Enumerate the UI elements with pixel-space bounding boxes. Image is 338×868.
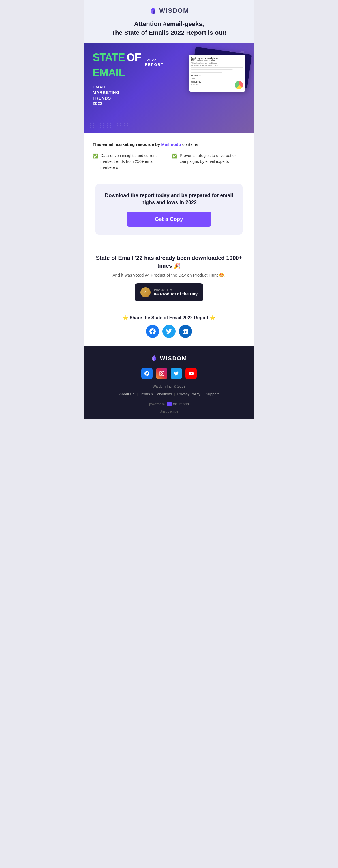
footer-link-terms[interactable]: Terms & Conditions (140, 392, 172, 396)
footer-links: About Us | Terms & Conditions | Privacy … (92, 392, 246, 396)
header-title: Attention #email-geeks, The State of Ema… (90, 20, 248, 37)
hero-left: STATE OF 2022 REPORT EMAIL EMAIL MARKETI… (92, 52, 189, 106)
feature-emoji-1: ✅ (92, 153, 98, 159)
mailmodo-link[interactable]: Mailmodo (161, 142, 181, 147)
footer-social-icons (92, 368, 246, 379)
share-linkedin-button[interactable] (179, 325, 192, 338)
get-copy-button[interactable]: Get a Copy (126, 212, 212, 227)
email-container: WISDOM Attention #email-geeks, The State… (84, 0, 254, 419)
dots-pattern (90, 123, 130, 128)
mailmodo-logo: mailmodo (167, 402, 189, 406)
footer-link-privacy[interactable]: Privacy Policy (177, 392, 200, 396)
intro-text: This email marketing resource by Mailmod… (92, 142, 246, 148)
share-section: ⭐ Share the State of Email 2022 Report ⭐ (84, 309, 254, 346)
unsubscribe-link[interactable]: Unsubscribe (160, 409, 179, 413)
of-word: OF (126, 52, 141, 63)
footer-logo-text: WISDOM (160, 355, 187, 362)
stats-section: State of Email '22 has already been down… (84, 246, 254, 309)
feature-text-1: Data-driven insights and current market … (101, 153, 166, 170)
footer-twitter-button[interactable] (171, 368, 182, 379)
footer-link-support[interactable]: Support (206, 392, 219, 396)
share-twitter-button[interactable] (163, 325, 175, 338)
hero-subtitle: EMAIL MARKETING TRENDS 2022 (92, 84, 189, 106)
feature-text-2: Proven strategies to drive better campai… (180, 153, 246, 164)
stats-title: State of Email '22 has already been down… (92, 254, 246, 270)
state-word: STATE (92, 52, 125, 63)
cta-section: Download the report today and be prepare… (95, 184, 243, 235)
header-logo-text: WISDOM (159, 7, 189, 14)
footer-link-about[interactable]: About Us (119, 392, 135, 396)
stats-subtitle: And it was voted #4 Product of the Day o… (92, 273, 246, 278)
cta-title: Download the report today and be prepare… (102, 192, 236, 206)
hero-report-label: REPORT (145, 62, 164, 67)
mailmodo-icon (167, 402, 172, 406)
ph-medal: 4 (140, 287, 150, 298)
feature-item-2: ✅ Proven strategies to drive better camp… (172, 153, 246, 170)
features-grid: ✅ Data-driven insights and current marke… (92, 153, 246, 170)
footer-instagram-button[interactable] (156, 368, 167, 379)
hero-subtitle-text: EMAIL MARKETING TRENDS 2022 (92, 84, 189, 106)
ph-label: Product Hunt (154, 288, 198, 291)
logo-area: WISDOM (90, 7, 248, 15)
social-icons (92, 325, 246, 338)
share-facebook-button[interactable] (146, 325, 159, 338)
ph-title: #4 Product of the Day (154, 291, 198, 296)
footer-facebook-button[interactable] (141, 368, 152, 379)
page-card-front: Email marketing trends from2021 that are… (189, 55, 246, 92)
wisdom-logo-icon (149, 7, 157, 15)
footer-logo-icon (151, 355, 158, 362)
header-section: WISDOM Attention #email-geeks, The State… (84, 0, 254, 43)
feature-item-1: ✅ Data-driven insights and current marke… (92, 153, 166, 170)
powered-by: powered by mailmodo (92, 402, 246, 406)
hero-right: 01 Email marketing trends from2021 that … (189, 52, 246, 92)
footer-youtube-button[interactable] (186, 368, 197, 379)
ph-text-block: Product Hunt #4 Product of the Day (154, 288, 198, 296)
footer-logo-area: WISDOM (92, 355, 246, 362)
footer-copyright: Wisdom Inc. © 2023 (92, 384, 246, 389)
share-title: ⭐ Share the State of Email 2022 Report ⭐ (92, 315, 246, 320)
hero-banner: STATE OF 2022 REPORT EMAIL EMAIL MARKETI… (84, 43, 254, 133)
hero-year: 2022 (147, 58, 164, 62)
product-hunt-badge[interactable]: 4 Product Hunt #4 Product of the Day (135, 283, 203, 301)
content-section: This email marketing resource by Mailmod… (84, 133, 254, 179)
feature-emoji-2: ✅ (172, 153, 177, 159)
footer-section: WISDOM Wisdom Inc. © 2023 About Us | Ter… (84, 346, 254, 419)
mockup-pages: Email marketing trends from2021 that are… (189, 55, 246, 92)
email-word: EMAIL (92, 67, 124, 79)
